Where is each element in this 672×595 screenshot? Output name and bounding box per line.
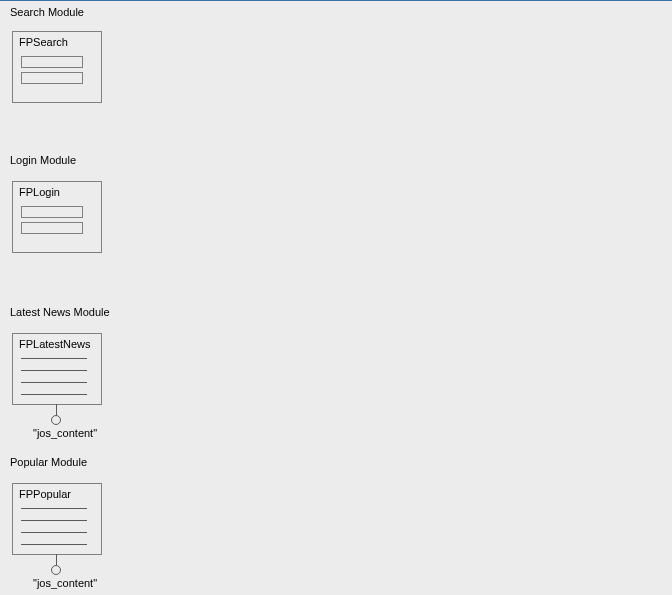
fppopular-line-3 (21, 532, 87, 533)
fplatestnews-connector-circle (51, 415, 61, 425)
latestnews-module-label: Latest News Module (8, 306, 112, 318)
fplatestnews-line-3 (21, 382, 87, 383)
fplatestnews-line-2 (21, 370, 87, 371)
fppopular-line-4 (21, 544, 87, 545)
fpsearch-class-box[interactable]: FPSearch (12, 31, 102, 103)
fppopular-line-1 (21, 508, 87, 509)
fpsearch-field-2 (21, 72, 83, 84)
fppopular-class-box[interactable]: FPPopular (12, 483, 102, 555)
fplatestnews-title: FPLatestNews (19, 338, 91, 350)
login-module-group: Login Module (8, 153, 78, 167)
fplatestnews-line-4 (21, 394, 87, 395)
fplatestnews-line-1 (21, 358, 87, 359)
search-module-label: Search Module (8, 6, 86, 18)
diagram-canvas: Search Module FPSearch Login Module FPLo… (0, 0, 672, 595)
popular-module-label: Popular Module (8, 456, 89, 468)
fplatestnews-class-box[interactable]: FPLatestNews (12, 333, 102, 405)
fppopular-connector-circle (51, 565, 61, 575)
fplogin-field-2 (21, 222, 83, 234)
fpsearch-field-1 (21, 56, 83, 68)
fppopular-title: FPPopular (19, 488, 71, 500)
fpsearch-title: FPSearch (19, 36, 68, 48)
fppopular-line-2 (21, 520, 87, 521)
fplogin-title: FPLogin (19, 186, 60, 198)
fplatestnews-db-label: "jos_content" (33, 427, 97, 439)
latestnews-module-group: Latest News Module (8, 305, 112, 319)
fppopular-db-label: "jos_content" (33, 577, 97, 589)
fplatestnews-connector-line (56, 404, 57, 415)
login-module-label: Login Module (8, 154, 78, 166)
fppopular-connector-line (56, 554, 57, 565)
search-module-group: Search Module (8, 5, 86, 19)
popular-module-group: Popular Module (8, 455, 89, 469)
fplogin-field-1 (21, 206, 83, 218)
fplogin-class-box[interactable]: FPLogin (12, 181, 102, 253)
